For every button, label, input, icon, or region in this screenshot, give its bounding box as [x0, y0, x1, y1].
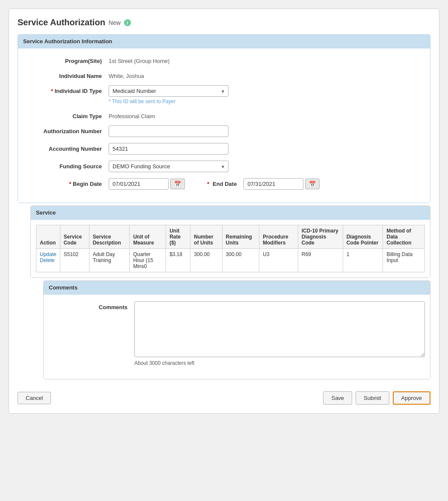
auth-number-label: Authorization Number	[23, 125, 109, 134]
info-icon[interactable]: i	[124, 19, 131, 26]
comments-section: Comments Comments About 3000 characters …	[43, 280, 430, 379]
end-date-asterisk: *	[207, 181, 209, 187]
cell-service-code: S5102	[60, 249, 89, 272]
comments-row: Comments About 3000 characters left	[49, 301, 425, 366]
individual-name-label: Individual Name	[23, 70, 109, 79]
claim-type-row: Claim Type Professional Claim	[23, 110, 425, 119]
page-title: Service Authorization New i	[18, 18, 430, 27]
accounting-number-input[interactable]	[109, 143, 228, 155]
col-diagnosis-pointer: Diagnosis Code Pointer	[343, 225, 383, 249]
end-date-input[interactable]	[243, 178, 303, 190]
service-table-header-row: Action Service Code Service Description …	[36, 225, 425, 249]
col-icd10: ICD-10 Primary Diagnosis Code	[298, 225, 343, 249]
submit-button[interactable]: Submit	[356, 391, 389, 405]
comments-field-wrapper: About 3000 characters left	[134, 301, 425, 366]
col-number-of-units: Number of Units	[190, 225, 222, 249]
col-method: Method of Data Collection	[383, 225, 425, 249]
funding-source-select-wrapper: DEMO Funding Source ▼	[109, 161, 228, 172]
individual-name-value: White, Joshua	[109, 70, 425, 79]
col-remaining-units: Remaining Units	[222, 225, 259, 249]
accounting-number-label: Accounting Number	[23, 143, 109, 152]
cell-action: Update Delete	[36, 249, 60, 272]
comments-label: Comments	[49, 301, 134, 310]
program-site-value: 1st Street (Group Home)	[109, 55, 425, 64]
footer-buttons: Cancel Save Submit Approve	[18, 386, 430, 405]
col-procedure-modifiers: Procedure Modifiers	[259, 225, 298, 249]
new-badge: New	[109, 19, 121, 26]
comments-header: Comments	[44, 281, 430, 295]
right-buttons: Save Submit Approve	[323, 391, 430, 405]
table-row: Update Delete S5102 Adult Day Training Q…	[36, 249, 425, 272]
cell-procedure-modifiers: U3	[259, 249, 298, 272]
end-date-field-group: * End Date 📅	[207, 178, 320, 190]
cell-number-of-units: 300.00	[190, 249, 222, 272]
comments-textarea[interactable]	[134, 301, 425, 357]
end-date-label: End Date	[213, 181, 237, 187]
update-link[interactable]: Update	[40, 251, 56, 257]
end-date-calendar-button[interactable]: 📅	[305, 179, 320, 189]
char-count: About 3000 characters left	[134, 360, 425, 366]
service-header: Service	[31, 206, 430, 220]
funding-source-label: Funding Source	[23, 161, 109, 170]
cell-method: Billing Data Input	[383, 249, 425, 272]
begin-date-calendar-button[interactable]: 📅	[170, 179, 185, 189]
funding-source-row: Funding Source DEMO Funding Source ▼	[23, 161, 425, 172]
individual-id-type-row: Individual ID Type Medicaid Number Medic…	[23, 85, 425, 104]
funding-source-select[interactable]: DEMO Funding Source	[109, 161, 228, 172]
service-table: Action Service Code Service Description …	[36, 225, 425, 272]
individual-name-row: Individual Name White, Joshua	[23, 70, 425, 79]
individual-id-type-select-wrapper: Medicaid Number Medicare Number Other ▼	[109, 85, 228, 97]
id-type-hint: * This ID will be sent to Payer	[109, 98, 228, 104]
program-site-row: Program(Site) 1st Street (Group Home)	[23, 55, 425, 64]
auth-number-input[interactable]	[109, 125, 228, 137]
col-unit-of-measure: Unit of Measure	[130, 225, 166, 249]
cancel-button[interactable]: Cancel	[18, 392, 51, 404]
delete-link[interactable]: Delete	[40, 257, 56, 263]
col-service-description: Service Description	[89, 225, 129, 249]
col-unit-rate: Unit Rate ($)	[166, 225, 190, 249]
service-section: Service Action Service Code Service Desc…	[30, 206, 430, 278]
service-auth-body: Program(Site) 1st Street (Group Home) In…	[18, 48, 430, 203]
individual-id-type-field: Medicaid Number Medicare Number Other ▼ …	[109, 85, 228, 104]
claim-type-value: Professional Claim	[109, 110, 425, 119]
auth-number-row: Authorization Number	[23, 125, 425, 137]
date-row: Begin Date 📅 * End Date 📅	[23, 178, 425, 190]
col-service-code: Service Code	[60, 225, 89, 249]
service-auth-section: Service Authorization Information Progra…	[18, 34, 430, 203]
page-wrapper: Service Authorization New i Service Auth…	[9, 9, 439, 414]
title-text: Service Authorization	[18, 18, 105, 27]
save-button[interactable]: Save	[323, 391, 352, 405]
date-group: 📅 * End Date 📅	[109, 178, 320, 190]
service-body: Action Service Code Service Description …	[31, 220, 430, 277]
begin-date-field-group: 📅	[109, 178, 185, 190]
claim-type-label: Claim Type	[23, 110, 109, 119]
begin-date-input[interactable]	[109, 178, 169, 190]
col-action: Action	[36, 225, 60, 249]
comments-body: Comments About 3000 characters left	[44, 295, 430, 379]
service-auth-header: Service Authorization Information	[18, 35, 430, 48]
individual-id-type-label: Individual ID Type	[23, 85, 109, 94]
cell-icd10: R69	[298, 249, 343, 272]
program-site-label: Program(Site)	[23, 55, 109, 64]
approve-button[interactable]: Approve	[393, 391, 430, 405]
individual-id-type-select[interactable]: Medicaid Number Medicare Number Other	[109, 85, 228, 97]
cell-remaining-units: 300.00	[222, 249, 259, 272]
cell-service-description: Adult Day Training	[89, 249, 129, 272]
accounting-number-row: Accounting Number	[23, 143, 425, 155]
cell-unit-rate: $3.18	[166, 249, 190, 272]
cell-diagnosis-pointer: 1	[343, 249, 383, 272]
cell-unit-of-measure: Quarter Hour (15 Mins0	[130, 249, 166, 272]
begin-date-label: Begin Date	[23, 178, 109, 187]
